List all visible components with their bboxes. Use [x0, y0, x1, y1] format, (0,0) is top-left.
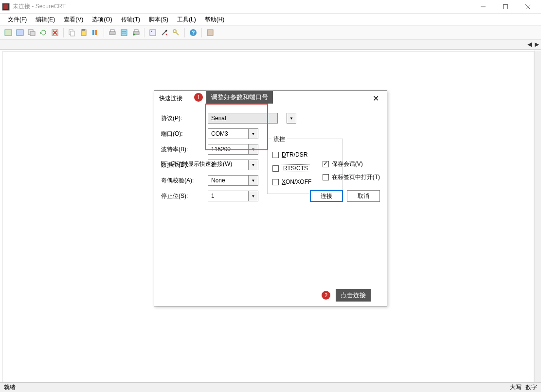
connect-button[interactable]: 连接	[310, 190, 343, 202]
svg-line-31	[165, 30, 167, 32]
annotation-tooltip-1: 调整好参数和端口号	[206, 91, 273, 104]
protocol-label: 协议(P):	[161, 114, 208, 123]
tb-tools-icon[interactable]	[159, 27, 170, 38]
dtr-dsr-checkbox[interactable]	[272, 152, 279, 158]
svg-rect-6	[5, 30, 12, 36]
port-label: 端口(O):	[161, 130, 208, 138]
chevron-down-icon[interactable]: ▼	[249, 191, 258, 201]
open-in-tab-label: 在标签页中打开(T)	[332, 173, 380, 181]
stopbits-combo[interactable]: 1 ▼	[208, 191, 258, 201]
quick-connect-dialog: 快速连接 ✕ 协议(P): Serial ▼ 端口(O): COM3 ▼ 波特率…	[154, 90, 387, 306]
tb-quick-connect-icon[interactable]	[15, 27, 25, 38]
svg-rect-7	[17, 30, 23, 36]
dtr-dsr-label: DTR/DSR	[282, 151, 307, 158]
cancel-button[interactable]: 取消	[347, 190, 380, 202]
minimize-button[interactable]	[472, 0, 494, 14]
menu-script[interactable]: 脚本(S)	[145, 15, 172, 25]
svg-rect-18	[92, 30, 94, 35]
tb-disconnect-icon[interactable]	[50, 27, 60, 38]
tb-properties-icon[interactable]	[119, 27, 129, 38]
svg-rect-20	[109, 32, 115, 35]
menu-edit[interactable]: 编辑(E)	[32, 15, 59, 25]
tab-scroll-left-icon[interactable]: ◀	[527, 41, 532, 48]
window-titlebar: 未连接 - SecureCRT	[0, 0, 541, 14]
tb-find-icon[interactable]	[90, 27, 101, 38]
port-combo[interactable]: COM3 ▼	[208, 128, 258, 139]
tb-help-icon[interactable]: ?	[188, 27, 198, 38]
tb-copy-icon[interactable]	[67, 27, 77, 38]
status-caps: 大写	[510, 383, 522, 392]
chevron-down-icon[interactable]: ▼	[249, 144, 258, 155]
svg-line-32	[166, 34, 167, 35]
menu-tools[interactable]: 工具(L)	[173, 15, 200, 25]
baud-label: 波特率(B):	[161, 145, 208, 154]
svg-rect-37	[207, 30, 213, 36]
menu-transfer[interactable]: 传输(T)	[117, 15, 144, 25]
tb-paste-icon[interactable]	[78, 27, 89, 38]
svg-rect-1	[3, 4, 8, 9]
tab-scroll-right-icon[interactable]: ▶	[535, 41, 539, 48]
toolbar-separator	[104, 28, 104, 37]
window-title: 未连接 - SecureCRT	[13, 2, 66, 11]
svg-rect-26	[134, 30, 138, 32]
tb-session-manager-icon[interactable]	[3, 27, 14, 38]
dialog-title: 快速连接	[159, 94, 182, 103]
maximize-button[interactable]	[494, 0, 517, 14]
tb-options-icon[interactable]	[147, 27, 158, 38]
flow-control-legend: 流控	[271, 135, 287, 143]
svg-rect-28	[150, 30, 156, 36]
tb-connect-icon[interactable]	[26, 27, 37, 38]
svg-rect-9	[30, 32, 35, 36]
svg-point-27	[133, 34, 135, 36]
annotation-badge-1: 1	[194, 93, 203, 102]
menubar: 文件(F) 编辑(E) 查看(V) 选项(O) 传输(T) 脚本(S) 工具(L…	[0, 14, 541, 25]
chevron-down-icon[interactable]: ▼	[287, 113, 296, 124]
protocol-value: Serial	[208, 113, 278, 124]
annotation-badge-2: 2	[322, 291, 330, 300]
protocol-combo[interactable]: Serial ▼	[208, 113, 296, 124]
toolbar-separator	[63, 28, 64, 37]
svg-rect-15	[71, 31, 74, 36]
tb-key-icon[interactable]	[171, 27, 181, 38]
toolbar: ?	[0, 25, 541, 40]
connect-button-label: 连接	[321, 192, 332, 200]
svg-marker-10	[40, 32, 42, 34]
status-num: 数字	[525, 383, 537, 392]
show-on-start-label: 启动时显示快速连接(W)	[170, 160, 232, 168]
svg-rect-17	[82, 29, 85, 31]
toolbar-separator	[201, 28, 202, 37]
show-on-start-checkbox[interactable]	[161, 161, 167, 167]
annotation-tooltip-2: 点击连接	[336, 289, 371, 302]
menu-options[interactable]: 选项(O)	[88, 15, 116, 25]
tb-print-icon[interactable]	[107, 27, 118, 38]
chevron-down-icon[interactable]: ▼	[249, 128, 258, 139]
menu-file[interactable]: 文件(F)	[4, 15, 31, 25]
port-value: COM3	[208, 128, 249, 139]
svg-line-34	[176, 32, 179, 35]
svg-rect-29	[151, 31, 152, 32]
baud-value: 115200	[208, 144, 249, 155]
dialog-close-icon[interactable]: ✕	[370, 93, 382, 104]
svg-rect-3	[504, 4, 508, 9]
close-button[interactable]	[517, 0, 539, 14]
tb-sessions-icon[interactable]	[205, 27, 216, 38]
menu-view[interactable]: 查看(V)	[60, 15, 87, 25]
tb-log-icon[interactable]	[130, 27, 141, 38]
svg-text:?: ?	[192, 30, 195, 36]
svg-rect-19	[95, 30, 97, 35]
stopbits-value: 1	[208, 191, 249, 201]
statusbar: 就绪 大写 数字	[0, 382, 541, 392]
open-in-tab-checkbox[interactable]	[323, 174, 329, 180]
stopbits-label: 停止位(S):	[161, 192, 208, 200]
window-controls	[472, 0, 539, 14]
svg-rect-21	[110, 30, 114, 32]
baud-combo[interactable]: 115200 ▼	[208, 144, 258, 155]
menu-help[interactable]: 帮助(H)	[201, 15, 229, 25]
save-session-label: 保存会话(V)	[332, 160, 363, 168]
tb-reconnect-icon[interactable]	[38, 27, 49, 38]
svg-rect-22	[121, 30, 127, 36]
status-ready: 就绪	[4, 383, 16, 392]
save-session-checkbox[interactable]	[323, 161, 329, 167]
vertical-scrollbar[interactable]	[534, 51, 541, 382]
app-icon	[2, 3, 10, 11]
